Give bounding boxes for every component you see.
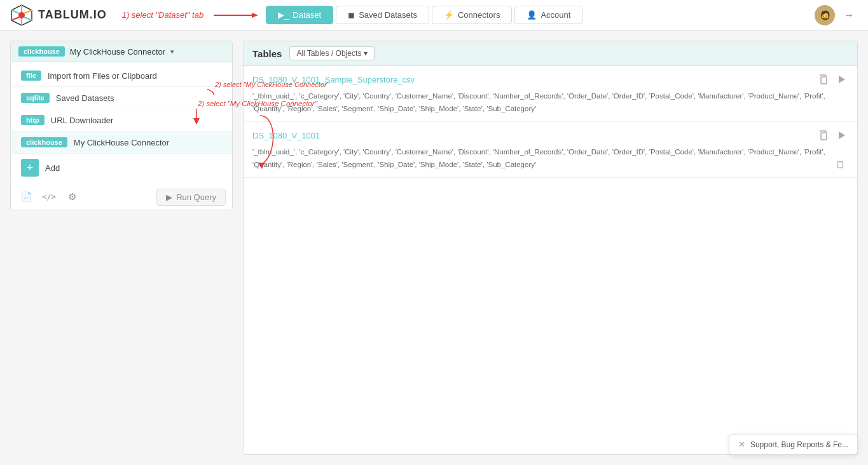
tables-filter-button[interactable]: All Tables / Objects ▾ (289, 46, 375, 60)
table-columns-2: '_tblm_uuid_', 'c_Category', 'City', 'Co… (252, 146, 848, 171)
copy-icon-2[interactable] (816, 128, 830, 142)
source-badge-http: http (21, 115, 45, 125)
source-item-file[interactable]: file Import from Files or Clipboard (11, 65, 232, 87)
table-row: DS_1080_V_1001_Sample_Superstore_csv (244, 66, 857, 122)
annotation-arrow (214, 11, 258, 20)
toolbar-bottom: 📄 </> ⚙ ▶ Run Query (10, 184, 233, 210)
tab-dataset[interactable]: ▶_ Dataset (266, 6, 333, 24)
copy-icon-1[interactable] (816, 72, 830, 86)
svg-point-1 (18, 12, 25, 18)
add-source-item[interactable]: + Add (11, 154, 232, 182)
header: TABLUM.IO 1) select "Dataset" tab ▶_ Dat… (0, 0, 868, 30)
connector-header-title: My ClickHouse Connector (70, 47, 165, 57)
source-label-sqlite: Saved Datasets (56, 93, 114, 103)
run-query-icon: ▶ (166, 192, 172, 202)
table-actions-2 (816, 128, 848, 142)
dataset-tab-label: Dataset (293, 10, 321, 20)
saved-datasets-tab-icon: ◼ (348, 10, 355, 20)
code-toolbar-icon[interactable]: </> (40, 188, 58, 206)
svg-rect-17 (821, 77, 827, 84)
tables-filter-label: All Tables / Objects (296, 49, 361, 58)
settings-toolbar-icon[interactable]: ⚙ (63, 188, 81, 206)
connector-header: clickhouse My ClickHouse Connector ▾ (11, 41, 232, 62)
connectors-tab-icon: ⚡ (444, 10, 454, 20)
step1-annotation: 1) select "Dataset" tab (122, 10, 261, 20)
saved-datasets-tab-label: Saved Datasets (359, 10, 417, 20)
add-source-label: Add (45, 163, 60, 173)
right-panel: Tables All Tables / Objects ▾ DS_1080_V_… (243, 41, 858, 455)
play-icon-1[interactable] (834, 72, 848, 86)
table-entry-header-1: DS_1080_V_1001_Sample_Superstore_csv (252, 72, 848, 86)
connectors-tab-label: Connectors (458, 10, 500, 20)
file-arrow-indicator (232, 71, 233, 78)
table-columns-1: '_tblm_uuid_', 'c_Category', 'City', 'Co… (252, 90, 848, 115)
table-name-2[interactable]: DS_1080_V_1001 (252, 131, 320, 140)
avatar[interactable]: 🧔 (815, 5, 835, 25)
account-tab-icon: 👤 (527, 10, 537, 20)
source-badge-clickhouse: clickhouse (21, 137, 67, 147)
play-icon-2[interactable] (834, 128, 848, 142)
logo-icon (10, 4, 33, 27)
nav-tabs: ▶_ Dataset ◼ Saved Datasets ⚡ Connectors… (266, 6, 582, 24)
svg-line-4 (24, 17, 32, 20)
table-row: DS_1080_V_1001 (244, 122, 857, 178)
svg-marker-9 (252, 13, 258, 18)
tables-filter-chevron: ▾ (364, 49, 368, 58)
table-name-1[interactable]: DS_1080_V_1001_Sample_Superstore_csv (252, 75, 415, 84)
source-badge-sqlite: sqlite (21, 93, 50, 103)
svg-marker-18 (839, 76, 845, 83)
svg-rect-19 (821, 133, 827, 140)
annotation-step1-text: 1) select "Dataset" tab (122, 10, 203, 20)
svg-rect-21 (838, 162, 843, 168)
logout-icon[interactable]: → (840, 6, 858, 24)
left-panel: 2) select "My ClickHouse Connector" clic… (10, 41, 233, 455)
svg-line-6 (11, 17, 19, 20)
table-actions-1 (816, 72, 848, 86)
source-badge-file: file (21, 71, 41, 81)
support-label: Support, Bug Reports & Fe... (750, 440, 848, 449)
logo: TABLUM.IO (10, 4, 107, 27)
tab-connectors[interactable]: ⚡ Connectors (432, 6, 512, 24)
dataset-tab-icon: ▶_ (278, 10, 289, 20)
tables-body: DS_1080_V_1001_Sample_Superstore_csv (243, 66, 858, 455)
source-label-http: URL Downloader (51, 116, 114, 125)
table-entry-header-2: DS_1080_V_1001 (252, 128, 848, 142)
source-label-file: Import from Files or Clipboard (48, 71, 157, 81)
svg-line-3 (24, 10, 32, 13)
source-label-clickhouse: My ClickHouse Connector (74, 138, 169, 147)
data-source-list: file Import from Files or Clipboard sqli… (11, 62, 232, 184)
connector-badge: clickhouse (18, 46, 65, 57)
tables-header: Tables All Tables / Objects ▾ (243, 41, 858, 66)
tab-saved-datasets[interactable]: ◼ Saved Datasets (336, 6, 429, 24)
source-item-clickhouse[interactable]: clickhouse My ClickHouse Connector (11, 131, 232, 154)
tab-account[interactable]: 👤 Account (514, 6, 582, 24)
main-container: 2) select "My ClickHouse Connector" clic… (0, 30, 868, 465)
account-tab-label: Account (541, 10, 570, 20)
copy-small-icon-2[interactable] (833, 157, 847, 171)
left-panel-content: clickhouse My ClickHouse Connector ▾ fil… (10, 41, 233, 185)
run-query-button[interactable]: ▶ Run Query (156, 189, 226, 206)
add-source-button[interactable]: + (21, 159, 39, 177)
logo-text: TABLUM.IO (38, 8, 107, 22)
tables-title: Tables (252, 48, 282, 59)
source-item-sqlite[interactable]: sqlite Saved Datasets (11, 87, 232, 109)
support-close-icon[interactable]: ✕ (738, 440, 745, 449)
connector-dropdown-icon[interactable]: ▾ (170, 48, 174, 56)
support-widget[interactable]: ✕ Support, Bug Reports & Fe... (729, 434, 858, 455)
run-query-label: Run Query (176, 192, 216, 202)
file-toolbar-icon[interactable]: 📄 (17, 188, 35, 206)
svg-marker-20 (839, 131, 845, 139)
svg-line-7 (11, 10, 19, 13)
source-item-http[interactable]: http URL Downloader (11, 109, 232, 131)
